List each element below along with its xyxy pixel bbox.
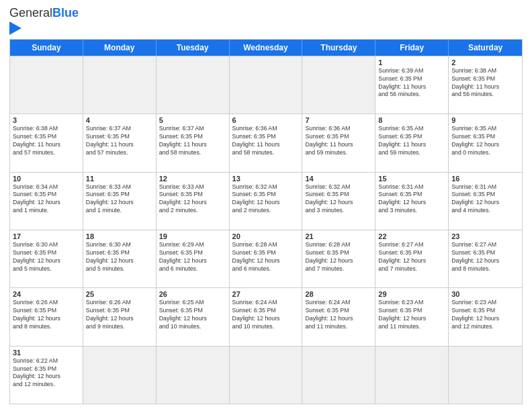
day-info: Sunrise: 6:34 AM Sunset: 6:35 PM Dayligh…	[13, 183, 80, 216]
day-info: Sunrise: 6:31 AM Sunset: 6:35 PM Dayligh…	[378, 183, 445, 216]
day-cell: 2Sunrise: 6:38 AM Sunset: 6:35 PM Daylig…	[449, 56, 522, 113]
week-row-2: 3Sunrise: 6:38 AM Sunset: 6:35 PM Daylig…	[10, 113, 522, 171]
day-info: Sunrise: 6:26 AM Sunset: 6:35 PM Dayligh…	[13, 299, 80, 331]
day-number: 19	[159, 232, 226, 240]
day-cell	[302, 56, 375, 113]
logo-general: General	[9, 6, 52, 19]
day-number: 30	[451, 290, 519, 298]
day-info: Sunrise: 6:22 AM Sunset: 6:35 PM Dayligh…	[13, 357, 80, 390]
day-info: Sunrise: 6:24 AM Sunset: 6:35 PM Dayligh…	[232, 299, 300, 331]
day-cell	[302, 347, 375, 404]
day-number: 5	[159, 116, 226, 124]
day-cell: 14Sunrise: 6:32 AM Sunset: 6:35 PM Dayli…	[302, 173, 375, 230]
day-number: 21	[305, 232, 372, 240]
day-info: Sunrise: 6:37 AM Sunset: 6:35 PM Dayligh…	[86, 125, 153, 157]
day-info: Sunrise: 6:25 AM Sunset: 6:35 PM Dayligh…	[159, 299, 226, 331]
day-cell: 11Sunrise: 6:33 AM Sunset: 6:35 PM Dayli…	[83, 173, 157, 230]
day-number: 18	[86, 232, 153, 240]
day-info: Sunrise: 6:26 AM Sunset: 6:35 PM Dayligh…	[86, 299, 153, 331]
day-cell	[83, 347, 157, 404]
day-cell	[10, 56, 83, 113]
day-info: Sunrise: 6:27 AM Sunset: 6:35 PM Dayligh…	[378, 241, 445, 273]
day-info: Sunrise: 6:36 AM Sunset: 6:35 PM Dayligh…	[305, 125, 372, 157]
day-header-monday: Monday	[83, 40, 157, 56]
header: GeneralBlue	[9, 7, 523, 35]
day-info: Sunrise: 6:38 AM Sunset: 6:35 PM Dayligh…	[451, 67, 519, 99]
day-cell: 22Sunrise: 6:27 AM Sunset: 6:35 PM Dayli…	[375, 230, 449, 287]
day-number: 28	[305, 290, 372, 298]
day-info: Sunrise: 6:33 AM Sunset: 6:35 PM Dayligh…	[86, 183, 153, 216]
day-cell	[157, 56, 230, 113]
day-info: Sunrise: 6:27 AM Sunset: 6:35 PM Dayligh…	[451, 241, 519, 273]
day-info: Sunrise: 6:29 AM Sunset: 6:35 PM Dayligh…	[159, 241, 226, 273]
day-info: Sunrise: 6:33 AM Sunset: 6:35 PM Dayligh…	[159, 183, 226, 216]
day-header-sunday: Sunday	[10, 40, 83, 56]
day-cell	[157, 347, 230, 404]
day-info: Sunrise: 6:30 AM Sunset: 6:35 PM Dayligh…	[13, 241, 80, 273]
day-cell: 7Sunrise: 6:36 AM Sunset: 6:35 PM Daylig…	[302, 114, 375, 171]
day-number: 16	[451, 175, 519, 183]
week-row-1: 1Sunrise: 6:39 AM Sunset: 6:35 PM Daylig…	[10, 56, 522, 113]
day-number: 4	[86, 116, 153, 124]
day-number: 14	[305, 175, 372, 183]
day-number: 20	[232, 232, 300, 240]
day-cell: 31Sunrise: 6:22 AM Sunset: 6:35 PM Dayli…	[10, 347, 83, 404]
day-header-wednesday: Wednesday	[230, 40, 303, 56]
day-info: Sunrise: 6:23 AM Sunset: 6:35 PM Dayligh…	[451, 299, 519, 331]
day-cell: 4Sunrise: 6:37 AM Sunset: 6:35 PM Daylig…	[83, 114, 157, 171]
day-cell: 10Sunrise: 6:34 AM Sunset: 6:35 PM Dayli…	[10, 173, 83, 230]
day-info: Sunrise: 6:36 AM Sunset: 6:35 PM Dayligh…	[232, 125, 300, 157]
day-cell: 3Sunrise: 6:38 AM Sunset: 6:35 PM Daylig…	[10, 114, 83, 171]
day-number: 26	[159, 290, 226, 298]
week-row-5: 24Sunrise: 6:26 AM Sunset: 6:35 PM Dayli…	[10, 287, 522, 345]
day-cell	[230, 347, 303, 404]
day-number: 2	[451, 58, 519, 66]
day-cell: 6Sunrise: 6:36 AM Sunset: 6:35 PM Daylig…	[230, 114, 303, 171]
week-row-6: 31Sunrise: 6:22 AM Sunset: 6:35 PM Dayli…	[10, 346, 522, 404]
day-number: 23	[451, 232, 519, 240]
day-cell: 9Sunrise: 6:35 AM Sunset: 6:35 PM Daylig…	[449, 114, 522, 171]
day-info: Sunrise: 6:24 AM Sunset: 6:35 PM Dayligh…	[305, 299, 372, 331]
day-number: 27	[232, 290, 300, 298]
day-cell: 28Sunrise: 6:24 AM Sunset: 6:35 PM Dayli…	[302, 288, 375, 345]
day-info: Sunrise: 6:30 AM Sunset: 6:35 PM Dayligh…	[86, 241, 153, 273]
day-number: 8	[378, 116, 445, 124]
day-header-saturday: Saturday	[449, 40, 522, 56]
day-cell: 23Sunrise: 6:27 AM Sunset: 6:35 PM Dayli…	[449, 230, 522, 287]
day-cell: 30Sunrise: 6:23 AM Sunset: 6:35 PM Dayli…	[449, 288, 522, 345]
week-row-4: 17Sunrise: 6:30 AM Sunset: 6:35 PM Dayli…	[10, 230, 522, 287]
day-info: Sunrise: 6:39 AM Sunset: 6:35 PM Dayligh…	[378, 67, 445, 99]
day-info: Sunrise: 6:32 AM Sunset: 6:35 PM Dayligh…	[305, 183, 372, 216]
day-number: 1	[378, 58, 445, 66]
day-cell: 29Sunrise: 6:23 AM Sunset: 6:35 PM Dayli…	[375, 288, 449, 345]
weeks: 1Sunrise: 6:39 AM Sunset: 6:35 PM Daylig…	[10, 56, 522, 404]
day-number: 29	[378, 290, 445, 298]
logo-icon	[9, 21, 21, 35]
day-info: Sunrise: 6:35 AM Sunset: 6:35 PM Dayligh…	[378, 125, 445, 157]
day-info: Sunrise: 6:38 AM Sunset: 6:35 PM Dayligh…	[13, 125, 80, 157]
day-number: 15	[378, 175, 445, 183]
day-header-friday: Friday	[375, 40, 449, 56]
page: GeneralBlue SundayMondayTuesdayWednesday…	[0, 0, 532, 411]
day-number: 13	[232, 175, 300, 183]
day-number: 11	[86, 175, 153, 183]
day-cell: 25Sunrise: 6:26 AM Sunset: 6:35 PM Dayli…	[83, 288, 157, 345]
day-info: Sunrise: 6:23 AM Sunset: 6:35 PM Dayligh…	[378, 299, 445, 331]
calendar: SundayMondayTuesdayWednesdayThursdayFrid…	[9, 39, 523, 404]
day-number: 31	[13, 349, 80, 357]
day-info: Sunrise: 6:28 AM Sunset: 6:35 PM Dayligh…	[232, 241, 300, 273]
day-cell: 1Sunrise: 6:39 AM Sunset: 6:35 PM Daylig…	[375, 56, 449, 113]
day-info: Sunrise: 6:32 AM Sunset: 6:35 PM Dayligh…	[232, 183, 300, 216]
day-number: 3	[13, 116, 80, 124]
day-cell: 19Sunrise: 6:29 AM Sunset: 6:35 PM Dayli…	[157, 230, 230, 287]
day-header-tuesday: Tuesday	[157, 40, 230, 56]
day-cell	[375, 347, 449, 404]
day-cell: 17Sunrise: 6:30 AM Sunset: 6:35 PM Dayli…	[10, 230, 83, 287]
day-info: Sunrise: 6:28 AM Sunset: 6:35 PM Dayligh…	[305, 241, 372, 273]
day-number: 7	[305, 116, 372, 124]
day-number: 17	[13, 232, 80, 240]
day-cell	[83, 56, 157, 113]
day-number: 10	[13, 175, 80, 183]
day-cell: 21Sunrise: 6:28 AM Sunset: 6:35 PM Dayli…	[302, 230, 375, 287]
day-headers: SundayMondayTuesdayWednesdayThursdayFrid…	[10, 40, 522, 56]
